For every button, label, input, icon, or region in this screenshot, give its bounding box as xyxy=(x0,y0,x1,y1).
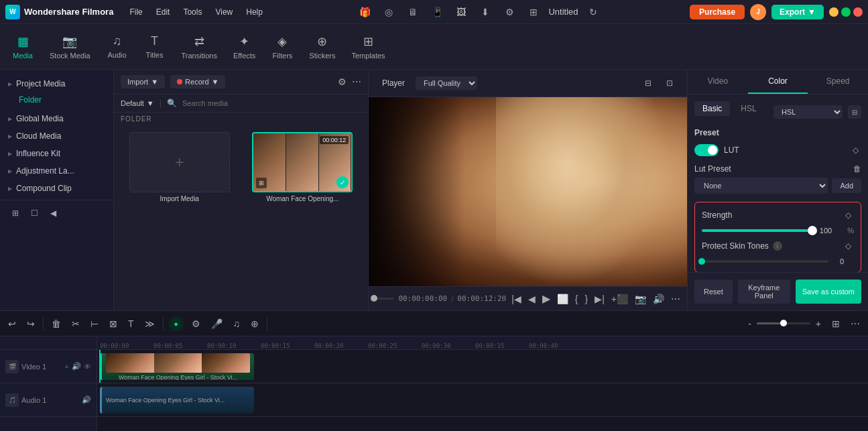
grid-icon[interactable]: ⊞ xyxy=(524,3,543,21)
target-icon[interactable]: ◎ xyxy=(379,3,398,21)
save-as-custom-button[interactable]: Save as custom xyxy=(796,280,861,304)
tl-crop-button[interactable]: ⊠ xyxy=(107,317,120,330)
export-button[interactable]: Export ▼ xyxy=(771,5,824,19)
sidebar-item-compound-clip[interactable]: ▶ Compound Clip xyxy=(0,180,113,197)
purchase-button[interactable]: Purchase xyxy=(690,5,745,19)
tl-mic-button[interactable]: 🎤 xyxy=(208,317,225,330)
toolbar-templates[interactable]: ⊞ Templates xyxy=(345,30,391,64)
tab-color[interactable]: Color xyxy=(748,70,808,94)
protect-slider[interactable] xyxy=(702,260,828,263)
tab-speed[interactable]: Speed xyxy=(808,70,868,94)
tl-grid-button[interactable]: ⊞ xyxy=(829,317,843,330)
fullscreen-button[interactable]: ⊡ xyxy=(660,74,679,93)
zoom-out-button[interactable]: - xyxy=(745,317,754,330)
sidebar-item-influence-kit[interactable]: ▶ Influence Kit xyxy=(0,145,113,162)
default-dropdown[interactable]: Default ▼ xyxy=(121,99,154,107)
progress-handle[interactable] xyxy=(371,295,377,302)
toolbar-filters[interactable]: ◈ Filters xyxy=(265,30,300,64)
video-clip[interactable]: Woman Face Opening Eyes Girl - Stock Vi.… xyxy=(100,353,254,380)
menu-view[interactable]: View xyxy=(210,6,238,18)
tl-more-button[interactable]: ≫ xyxy=(142,317,158,330)
strength-keyframe-button[interactable]: ◇ xyxy=(842,209,854,221)
split-view-button[interactable]: ⊟ xyxy=(639,74,658,93)
reset-button[interactable]: Reset xyxy=(694,280,733,304)
play-prev-button[interactable]: ◀ xyxy=(527,292,537,306)
next-frame-button[interactable]: ▶| xyxy=(593,292,606,306)
delete-folder-button[interactable]: ☐ xyxy=(27,206,42,221)
toolbar-media[interactable]: ▦ Media xyxy=(5,30,40,64)
record-button[interactable]: Record ▼ xyxy=(170,75,225,88)
close-button[interactable] xyxy=(853,7,863,17)
zoom-slider[interactable] xyxy=(757,322,810,324)
zoom-handle[interactable] xyxy=(780,320,787,326)
strength-value-input[interactable] xyxy=(818,227,842,235)
info-icon[interactable]: i xyxy=(773,241,782,251)
tl-delete-button[interactable]: 🗑 xyxy=(49,317,64,330)
collapse-left-button[interactable]: ◀ xyxy=(46,206,60,221)
strength-slider[interactable] xyxy=(702,229,812,232)
add-folder-button[interactable]: ⊞ xyxy=(8,206,23,221)
toolbar-stock-media[interactable]: 📷 Stock Media xyxy=(43,30,97,64)
menu-help[interactable]: Help xyxy=(241,6,268,18)
lut-add-button[interactable]: Add xyxy=(832,178,861,193)
search-input[interactable] xyxy=(182,99,361,107)
tab-video[interactable]: Video xyxy=(688,70,748,94)
snapshot-button[interactable]: 📷 xyxy=(633,292,647,306)
menu-edit[interactable]: Edit xyxy=(151,6,176,18)
add-to-timeline-button[interactable]: +⬛ xyxy=(610,292,629,306)
toolbar-stickers[interactable]: ⊕ Stickers xyxy=(302,30,342,64)
sidebar-item-cloud-media[interactable]: ▶ Cloud Media xyxy=(0,127,113,145)
settings-icon[interactable]: ⚙ xyxy=(500,3,519,21)
list-item[interactable]: 00:00:12 ⊞ ✓ Woman Face Opening... xyxy=(244,132,362,304)
tl-cut-button[interactable]: ✂ xyxy=(69,317,82,330)
picture-icon[interactable]: 🖼 xyxy=(452,3,471,21)
user-avatar[interactable]: J xyxy=(750,4,766,20)
lut-toggle[interactable] xyxy=(694,144,719,156)
tl-split-button[interactable]: ⊢ xyxy=(88,317,101,330)
gift-icon[interactable]: 🎁 xyxy=(355,3,374,21)
tl-text-button[interactable]: T xyxy=(125,317,137,330)
tl-redo-button[interactable]: ↪ xyxy=(24,317,38,330)
tl-audio-button[interactable]: ♫ xyxy=(231,317,243,330)
audio-clip[interactable]: Woman Face Opening Eyes Girl - Stock Vi.… xyxy=(100,387,254,414)
download-icon[interactable]: ⬇ xyxy=(476,3,495,21)
maximize-button[interactable] xyxy=(841,7,851,17)
import-button[interactable]: Import ▼ xyxy=(121,75,165,88)
mark-out-button[interactable]: } xyxy=(583,292,589,306)
sidebar-item-global-media[interactable]: ▶ Global Media xyxy=(0,110,113,127)
more-controls-button[interactable]: ⋯ xyxy=(670,292,682,306)
tl-sticker-button[interactable]: ⊕ xyxy=(248,317,261,330)
keyframe-panel-button[interactable]: Keyframe Panel xyxy=(738,280,790,304)
track-add-button[interactable]: + xyxy=(65,362,69,371)
tl-marker-button[interactable]: ● xyxy=(169,316,184,331)
progress-bar[interactable] xyxy=(374,298,394,300)
mark-in-button[interactable]: { xyxy=(574,292,580,306)
track-mute-button[interactable]: 🔊 xyxy=(72,362,81,371)
stop-button[interactable]: ⬜ xyxy=(556,292,570,306)
tl-options-button[interactable]: ⋯ xyxy=(848,317,863,330)
menu-file[interactable]: File xyxy=(124,6,147,18)
tab-basic[interactable]: Basic xyxy=(694,101,730,116)
toolbar-transitions[interactable]: ⇄ Transitions xyxy=(175,30,224,64)
tl-undo-button[interactable]: ↩ xyxy=(5,317,19,330)
filter-button[interactable]: ⚙ xyxy=(338,76,347,87)
sidebar-item-project-media[interactable]: ▶ Project Media xyxy=(0,75,113,93)
lut-none-select[interactable]: None xyxy=(694,178,828,194)
prev-frame-button[interactable]: |◀ xyxy=(510,292,523,306)
quality-select[interactable]: Full Quality 1/2 Quality 1/4 Quality xyxy=(416,76,477,90)
strength-handle[interactable] xyxy=(808,226,817,235)
play-button[interactable]: ▶ xyxy=(541,291,552,306)
toolbar-effects[interactable]: ✦ Effects xyxy=(227,30,262,64)
minimize-button[interactable] xyxy=(829,7,839,17)
lut-trash-button[interactable]: 🗑 xyxy=(853,164,861,174)
tab-hsl[interactable]: HSL xyxy=(733,101,764,116)
toolbar-titles[interactable]: T Titles xyxy=(137,30,172,63)
protect-keyframe-button[interactable]: ◇ xyxy=(842,240,854,252)
menu-tools[interactable]: Tools xyxy=(178,6,207,18)
more-button[interactable]: ⋯ xyxy=(352,76,361,87)
track-eye-button[interactable]: 👁 xyxy=(84,362,91,371)
lut-keyframe-button[interactable]: ◇ xyxy=(849,144,861,156)
volume-button[interactable]: 🔊 xyxy=(652,292,666,306)
mobile-icon[interactable]: 📱 xyxy=(428,3,446,21)
zoom-in-button[interactable]: + xyxy=(813,317,824,330)
